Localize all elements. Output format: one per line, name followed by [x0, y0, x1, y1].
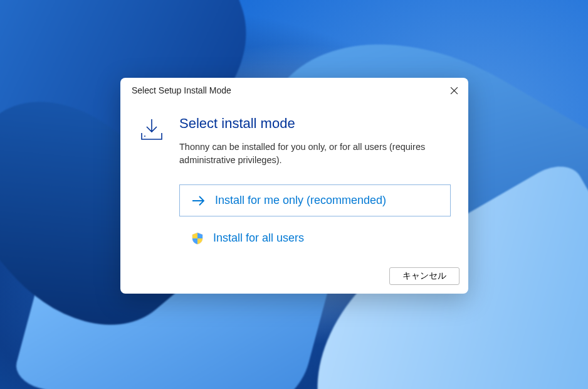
- dialog-description: Thonny can be installed for you only, or…: [179, 141, 451, 167]
- install-all-users-option[interactable]: Install for all users: [179, 223, 451, 253]
- arrow-right-icon: [191, 195, 206, 206]
- setup-icon: [138, 115, 165, 261]
- dialog-heading: Select install mode: [179, 115, 451, 132]
- dialog-content: Select install mode Thonny can be instal…: [120, 103, 468, 261]
- close-icon: [450, 87, 458, 95]
- install-me-only-option[interactable]: Install for me only (recommended): [179, 184, 451, 216]
- window-title: Select Setup Install Mode: [132, 85, 231, 95]
- uac-shield-icon: [191, 232, 204, 245]
- cancel-button[interactable]: キャンセル: [389, 267, 459, 285]
- close-button[interactable]: [439, 78, 468, 103]
- install-me-only-label: Install for me only (recommended): [215, 194, 386, 207]
- install-all-users-label: Install for all users: [213, 232, 304, 245]
- dialog-footer: キャンセル: [120, 261, 468, 294]
- install-mode-dialog: Select Setup Install Mode Select install…: [120, 78, 468, 294]
- titlebar[interactable]: Select Setup Install Mode: [120, 78, 468, 103]
- install-options: Install for me only (recommended) Instal…: [179, 184, 451, 253]
